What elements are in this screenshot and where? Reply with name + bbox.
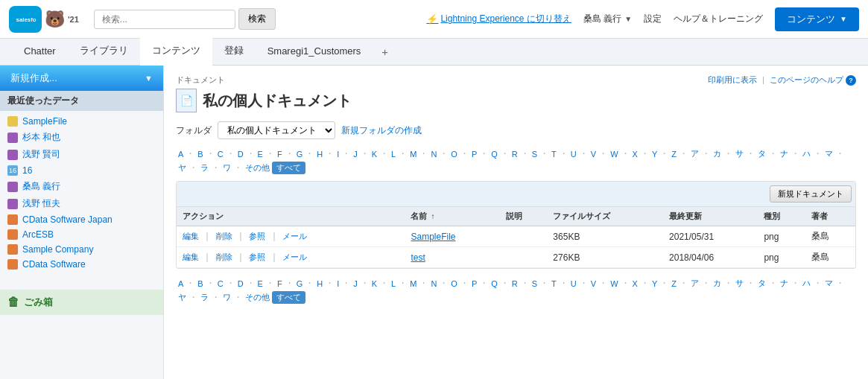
email-link-1[interactable]: メール [282,232,307,241]
header-name: 名前 ↑ [405,207,499,226]
edit-link-1[interactable]: 編集 [183,232,199,241]
company-icon [7,244,18,255]
folder-select[interactable]: 私の個人ドキュメント [218,121,335,139]
recent-item-kuwajima[interactable]: 桑島 義行 [0,178,163,195]
bear-mascot: 🐻 [45,10,65,29]
breadcrumb: ドキュメント [176,74,352,86]
tab-register[interactable]: 登録 [212,38,256,66]
svg-text:salesforce: salesforce [16,16,37,23]
new-create-arrow: ▼ [145,74,153,83]
folder-row: フォルダ 私の個人ドキュメント 新規フォルダの作成 [176,121,856,139]
description-cell-2 [500,247,548,268]
user-menu-arrow: ▼ [624,15,632,23]
name-cell-1: SampleFile [405,226,499,247]
header-author: 著者 [805,207,855,226]
tab-contents[interactable]: コンテンツ [140,38,212,66]
new-doc-row: 新規ドキュメント [177,182,855,207]
new-folder-link[interactable]: 新規フォルダの作成 [341,124,422,137]
company-icon [7,214,18,225]
email-link-2[interactable]: メール [282,252,307,261]
alpha-all-button-bottom[interactable]: すべて [272,291,305,304]
new-document-button[interactable]: 新規ドキュメント [770,185,852,203]
content-button[interactable]: コンテンツ ▼ [775,7,859,31]
top-nav: salesforce 🐻 '21 検索 ⚡ Lightning Experien… [0,0,868,39]
person-icon [7,182,18,192]
file-link-2[interactable]: test [411,252,425,263]
company-icon [7,229,18,240]
type-cell-2: png [758,247,805,268]
header-filesize: ファイルサイズ [547,207,663,226]
user-menu[interactable]: 桑島 義行 ▼ [583,13,632,25]
second-nav: Chatter ライブラリ コンテンツ 登録 Smaregi1_Customer… [0,39,868,66]
view-link-1[interactable]: 参照 [249,232,265,241]
recent-item-samplefile[interactable]: SampleFile [0,114,163,129]
recent-items-list: SampleFile 杉本 和也 浅野 賢司 16 16 桑島 義行 浅野 恒夫 [0,111,163,275]
tab-smaregi[interactable]: Smaregi1_Customers [256,39,373,65]
action-cell-2: 編集 ｜ 削除 ｜ 参照 ｜ メール [177,247,405,268]
edit-link-2[interactable]: 編集 [183,252,199,261]
document-table-container: 新規ドキュメント アクション 名前 ↑ 説明 ファイルサイズ 最終更新 種別 著 [176,181,856,269]
trash-icon: 🗑 [7,296,19,309]
author-cell-2: 桑島 [805,247,855,268]
main-layout: 新規作成... ▼ 最近使ったデータ SampleFile 杉本 和也 浅野 賢… [0,66,868,379]
search-button[interactable]: 検索 [238,8,276,30]
delete-link-1[interactable]: 削除 [216,232,232,241]
recent-item-cdata[interactable]: CData Software [0,257,163,272]
header-type: 種別 [758,207,805,226]
table-row: 編集 ｜ 削除 ｜ 参照 ｜ メール SampleFile 365KB [177,226,855,247]
recent-item-asano-k[interactable]: 浅野 賢司 [0,146,163,163]
help-icon: ? [846,75,856,86]
alpha-nav-top: A・ B・ C・ D・ E・ F・ G・ H・ I・ J・ K・ L・ M・ N… [176,147,856,175]
company-icon [7,259,18,270]
help-link[interactable]: ヘルプ＆トレーニング [674,13,763,25]
sort-arrow: ↑ [431,212,435,220]
content-button-arrow: ▼ [840,15,847,23]
content-area: ドキュメント 📄 私の個人ドキュメント 印刷用に表示 | このページのヘルプ ?… [164,66,868,379]
num-icon: 16 [7,165,18,176]
salesforce-logo: salesforce [9,6,42,33]
search-input[interactable] [94,10,235,29]
document-icon: 📄 [176,89,197,112]
alpha-all-button[interactable]: すべて [272,162,305,174]
lastupdated-cell-2: 2018/04/06 [663,247,758,268]
new-create-button[interactable]: 新規作成... ▼ [0,66,163,91]
tab-library[interactable]: ライブラリ [68,38,140,66]
file-link-1[interactable]: SampleFile [411,232,455,242]
recent-item-sugimoto[interactable]: 杉本 和也 [0,129,163,146]
person-icon [7,199,18,209]
header-lastupdated: 最終更新 [663,207,758,226]
view-link-2[interactable]: 参照 [249,252,265,261]
user-name: 桑島 義行 [583,13,621,25]
name-cell-2: test [405,247,499,268]
page-help-link[interactable]: このページのヘルプ [770,75,843,84]
action-cell-1: 編集 ｜ 削除 ｜ 参照 ｜ メール [177,226,405,247]
person-icon [7,150,18,160]
recent-item-16[interactable]: 16 16 [0,163,163,178]
lastupdated-cell-1: 2021/05/31 [663,226,758,247]
type-cell-1: png [758,226,805,247]
filesize-cell-1: 365KB [547,226,663,247]
document-table: アクション 名前 ↑ 説明 ファイルサイズ 最終更新 種別 著者 [177,207,855,268]
recent-item-asano-t[interactable]: 浅野 恒夫 [0,195,163,212]
tab-add-button[interactable]: + [373,41,397,63]
delete-link-2[interactable]: 削除 [216,252,232,261]
print-link[interactable]: 印刷用に表示 [708,75,757,84]
search-area: 検索 [94,8,276,30]
recent-item-cdata-japan[interactable]: CData Software Japan [0,212,163,227]
lightning-switch-link[interactable]: ⚡ Lightning Experience に切り替え [426,13,571,25]
description-cell-1 [500,226,548,247]
recent-item-arcesb[interactable]: ArcESB [0,227,163,242]
header-description: 説明 [500,207,548,226]
tab-chatter[interactable]: Chatter [12,39,68,65]
top-nav-right: ⚡ Lightning Experience に切り替え 桑島 義行 ▼ 設定 … [426,7,859,31]
sidebar: 新規作成... ▼ 最近使ったデータ SampleFile 杉本 和也 浅野 賢… [0,66,164,379]
folder-label: フォルダ [176,124,212,137]
alpha-nav-bottom: A・ B・ C・ D・ E・ F・ G・ H・ I・ J・ K・ L・ M・ N… [176,276,856,305]
page-title-area: 📄 私の個人ドキュメント [176,89,352,112]
table-header-row: アクション 名前 ↑ 説明 ファイルサイズ 最終更新 種別 著者 [177,207,855,226]
trash-section[interactable]: 🗑 ごみ箱 [0,290,163,315]
recent-item-sample-company[interactable]: Sample Company [0,242,163,257]
person-icon [7,133,18,143]
header-action: アクション [177,207,405,226]
settings-link[interactable]: 設定 [644,13,662,25]
